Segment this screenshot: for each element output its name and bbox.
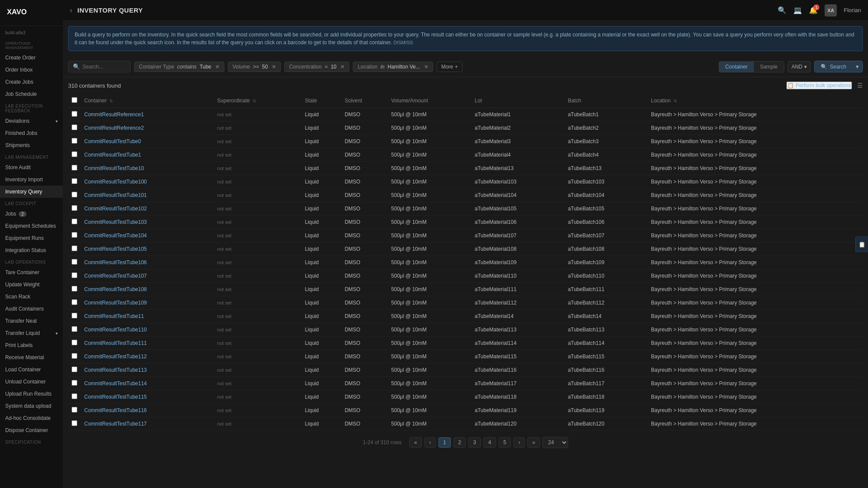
toggle-container-button[interactable]: Container	[719, 62, 754, 72]
sidebar-item-receive-material[interactable]: Receive Material	[0, 351, 63, 364]
container-cell[interactable]: CommitResultTestTube100	[81, 175, 214, 189]
container-cell[interactable]: CommitResultTestTube105	[81, 242, 214, 256]
row-checkbox[interactable]	[72, 192, 77, 197]
row-checkbox[interactable]	[72, 420, 77, 426]
sidebar-item-print-labels[interactable]: Print Labels	[0, 339, 63, 351]
row-checkbox[interactable]	[72, 205, 77, 211]
row-checkbox[interactable]	[72, 138, 77, 144]
row-checkbox-cell[interactable]	[68, 162, 81, 175]
col-location[interactable]: Location ⇅	[648, 94, 863, 108]
col-lot[interactable]: Lot	[471, 94, 565, 108]
sidebar-item-integration-status[interactable]: Integration Status	[0, 244, 63, 256]
row-checkbox-cell[interactable]	[68, 323, 81, 337]
container-cell[interactable]: CommitResultTestTube1	[81, 148, 214, 162]
notification-icon[interactable]: 🔔 1	[809, 6, 818, 14]
sidebar-item-store-audit[interactable]: Store Audit	[0, 161, 63, 174]
sidebar-item-finished-jobs[interactable]: Finished Jobs	[0, 127, 63, 139]
row-checkbox[interactable]	[72, 299, 77, 305]
row-checkbox[interactable]	[72, 151, 77, 157]
search-caret-button[interactable]: ▾	[852, 61, 862, 72]
chip-close-icon[interactable]: ✕	[272, 64, 276, 70]
row-checkbox-cell[interactable]	[68, 148, 81, 162]
search-button[interactable]: 🔍 Search	[815, 61, 852, 72]
container-cell[interactable]: CommitResultTestTube102	[81, 202, 214, 216]
sidebar-item-transfer-neat[interactable]: Transfer Neat	[0, 315, 63, 327]
columns-icon[interactable]: ☰	[857, 82, 863, 89]
sidebar-item-create-jobs[interactable]: Create Jobs	[0, 76, 63, 88]
sidebar-item-unload-container[interactable]: Unload Container	[0, 376, 63, 388]
page-2-button[interactable]: 2	[454, 437, 466, 448]
next-page-button[interactable]: ›	[513, 437, 525, 448]
container-cell[interactable]: CommitResultTestTube106	[81, 256, 214, 269]
row-checkbox-cell[interactable]	[68, 189, 81, 202]
search-input-wrap[interactable]: 🔍	[68, 61, 131, 72]
sidebar-item-tare-container[interactable]: Tare Container	[0, 266, 63, 278]
container-cell[interactable]: CommitResultTestTube107	[81, 269, 214, 283]
chip-close-icon[interactable]: ✕	[215, 64, 220, 70]
container-cell[interactable]: CommitResultTestTube108	[81, 283, 214, 296]
row-checkbox[interactable]	[72, 219, 77, 224]
bulk-operations-button[interactable]: 📋 Perform bulk operations	[786, 82, 852, 89]
sidebar-item-equipment-schedules[interactable]: Equipment Schedules	[0, 220, 63, 232]
container-cell[interactable]: CommitResultTestTube111	[81, 337, 214, 350]
select-all-checkbox-cell[interactable]	[68, 94, 81, 108]
row-checkbox-cell[interactable]	[68, 216, 81, 229]
row-checkbox-cell[interactable]	[68, 337, 81, 350]
container-cell[interactable]: CommitResultTestTube117	[81, 417, 214, 431]
sidebar-item-ad-hoc-consolidate[interactable]: Ad-hoc Consolidate	[0, 412, 63, 424]
row-checkbox[interactable]	[72, 407, 77, 413]
filter-chip-volume[interactable]: Volume >= 50 ✕	[228, 62, 281, 72]
side-panel-icon[interactable]: 📋	[855, 236, 868, 252]
row-checkbox[interactable]	[72, 259, 77, 265]
row-checkbox[interactable]	[72, 124, 77, 130]
page-3-button[interactable]: 3	[468, 437, 481, 448]
container-cell[interactable]: CommitResultReference2	[81, 121, 214, 135]
row-checkbox[interactable]	[72, 326, 77, 332]
row-checkbox[interactable]	[72, 353, 77, 359]
row-checkbox[interactable]	[72, 178, 77, 184]
sidebar-item-upload-run-results[interactable]: Upload Run Results	[0, 388, 63, 400]
col-batch[interactable]: Batch	[564, 94, 648, 108]
container-cell[interactable]: CommitResultTestTube103	[81, 216, 214, 229]
sidebar-item-system-data-upload[interactable]: System data upload	[0, 400, 63, 412]
sidebar-item-audit-containers[interactable]: Audit Containers	[0, 303, 63, 315]
sidebar-item-transfer-liquid[interactable]: Transfer Liquid ▾	[0, 327, 63, 339]
back-button[interactable]: ‹	[70, 7, 72, 14]
sidebar-item-equipment-runs[interactable]: Equipment Runs	[0, 232, 63, 244]
col-solvent[interactable]: Solvent	[341, 94, 388, 108]
row-checkbox-cell[interactable]	[68, 256, 81, 269]
col-state[interactable]: State	[301, 94, 341, 108]
first-page-button[interactable]: «	[409, 437, 422, 448]
sidebar-item-inventory-import[interactable]: Inventory Import	[0, 174, 63, 186]
container-cell[interactable]: CommitResultTestTube116	[81, 404, 214, 417]
container-cell[interactable]: CommitResultTestTube110	[81, 323, 214, 337]
col-volume[interactable]: Volume/Amount	[388, 94, 471, 108]
sidebar-item-inventory-query[interactable]: Inventory Query	[0, 186, 63, 198]
row-checkbox-cell[interactable]	[68, 310, 81, 323]
container-cell[interactable]: CommitResultTestTube104	[81, 229, 214, 242]
sidebar-item-order-inbox[interactable]: Order Inbox	[0, 64, 63, 76]
row-checkbox[interactable]	[72, 246, 77, 251]
filter-chip-container-type[interactable]: Container Type contains Tube ✕	[134, 62, 224, 72]
container-cell[interactable]: CommitResultTestTube0	[81, 135, 214, 148]
row-checkbox-cell[interactable]	[68, 417, 81, 431]
col-superordinate[interactable]: Superordinate ⇅	[214, 94, 301, 108]
container-cell[interactable]: CommitResultTestTube101	[81, 189, 214, 202]
filter-chip-location[interactable]: Location in Hamilton Ve... ✕	[353, 62, 433, 72]
row-checkbox-cell[interactable]	[68, 135, 81, 148]
and-select[interactable]: AND ▾	[788, 61, 811, 72]
row-checkbox[interactable]	[72, 393, 77, 399]
row-checkbox-cell[interactable]	[68, 390, 81, 404]
prev-page-button[interactable]: ‹	[424, 437, 436, 448]
container-cell[interactable]: CommitResultTestTube109	[81, 296, 214, 310]
container-cell[interactable]: CommitResultTestTube114	[81, 377, 214, 390]
avatar[interactable]: XA	[825, 4, 837, 16]
last-page-button[interactable]: »	[527, 437, 540, 448]
row-checkbox[interactable]	[72, 111, 77, 117]
row-checkbox-cell[interactable]	[68, 242, 81, 256]
page-5-button[interactable]: 5	[499, 437, 511, 448]
row-checkbox[interactable]	[72, 286, 77, 291]
filter-chip-concentration[interactable]: Concentration = 10 ✕	[284, 62, 349, 72]
page-1-button[interactable]: 1	[438, 437, 451, 448]
row-checkbox-cell[interactable]	[68, 404, 81, 417]
